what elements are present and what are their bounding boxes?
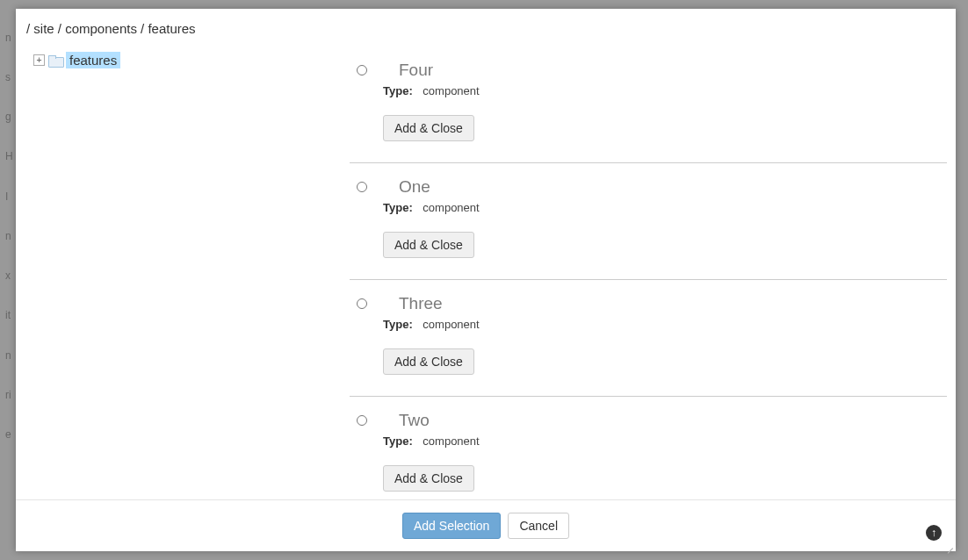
resize-grip-icon[interactable] — [943, 539, 954, 549]
dialog-footer: Add Selection Cancel ↑ — [16, 499, 956, 551]
tree-sidebar: + features — [16, 47, 350, 499]
select-radio[interactable] — [357, 415, 367, 426]
item-title: One — [399, 177, 947, 197]
folder-icon — [48, 55, 62, 66]
type-value: component — [423, 201, 479, 214]
tree-item-label: features — [66, 52, 120, 68]
select-radio[interactable] — [357, 182, 367, 192]
add-close-button[interactable]: Add & Close — [383, 348, 474, 375]
add-close-button[interactable]: Add & Close — [383, 115, 474, 141]
add-selection-button[interactable]: Add Selection — [402, 513, 501, 539]
list-item: Four Type: component Add & Close — [350, 47, 947, 163]
item-title: Four — [399, 61, 947, 80]
type-label: Type: — [383, 84, 413, 97]
type-label: Type: — [383, 434, 413, 448]
type-value: component — [423, 318, 479, 331]
results-list[interactable]: Four Type: component Add & Close One Typ… — [350, 47, 956, 499]
type-value: component — [423, 84, 479, 97]
item-title: Three — [399, 294, 947, 313]
breadcrumb: / site / components / features — [16, 9, 956, 47]
select-radio[interactable] — [357, 65, 367, 75]
expand-icon[interactable]: + — [33, 54, 45, 66]
type-label: Type: — [383, 201, 413, 214]
select-radio[interactable] — [357, 298, 367, 309]
add-close-button[interactable]: Add & Close — [383, 465, 474, 492]
list-item: One Type: component Add & Close — [350, 163, 947, 280]
dialog-content: + features Four Type: component Add & Cl… — [16, 47, 956, 499]
type-label: Type: — [383, 318, 413, 331]
item-title: Two — [399, 411, 947, 430]
list-item: Three Type: component Add & Close — [350, 280, 947, 397]
tree-item-features[interactable]: + features — [33, 52, 332, 68]
list-item: Two Type: component Add & Close — [350, 397, 947, 499]
add-close-button[interactable]: Add & Close — [383, 232, 474, 258]
background-obscured-text: nsgHIn xitnrie — [0, 0, 16, 560]
component-picker-dialog: / site / components / features + feature… — [16, 9, 956, 551]
cancel-button[interactable]: Cancel — [508, 513, 569, 539]
type-value: component — [423, 434, 479, 448]
info-icon[interactable]: ↑ — [926, 525, 942, 541]
